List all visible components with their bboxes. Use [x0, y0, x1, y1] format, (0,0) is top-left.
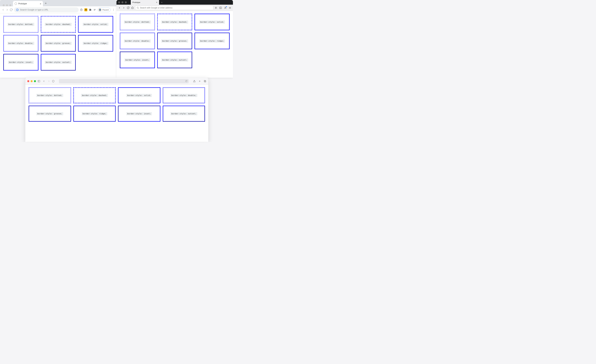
profile-chip[interactable]: 👤 Paused: [98, 8, 111, 12]
border-demo-card: border-style: inset;: [118, 106, 160, 122]
border-demo-card: border-style: dotted;: [29, 87, 71, 103]
code-label: border-style: groove;: [45, 42, 72, 45]
tab-title: Prototype: [18, 2, 27, 5]
share-icon[interactable]: [193, 80, 196, 82]
code-label: border-style: outset;: [45, 61, 72, 64]
firefox-window: Prototype × ＋ Search with Google or ente…: [117, 0, 233, 78]
close-tab-icon[interactable]: ×: [156, 1, 157, 4]
extensions-icon[interactable]: [89, 8, 92, 11]
code-label: border-style: dotted;: [124, 21, 151, 24]
border-demo-card: border-style: double;: [163, 87, 205, 103]
forward-icon[interactable]: [6, 8, 9, 11]
library-icon[interactable]: [215, 7, 217, 9]
border-demo-card: border-style: ridge;: [73, 106, 116, 122]
border-demo-card: border-style: solid;: [78, 16, 113, 33]
chrome-tabstrip: Prototype × ＋: [0, 0, 117, 6]
svg-line-14: [216, 7, 217, 9]
code-label: border-style: ridge;: [83, 42, 108, 45]
code-label: border-style: dotted;: [7, 23, 34, 26]
hamburger-menu-icon[interactable]: [229, 7, 231, 9]
border-demo-card: border-style: outset;: [41, 54, 76, 71]
new-tab-button[interactable]: ＋: [159, 0, 164, 5]
shield-icon[interactable]: [52, 80, 55, 82]
back-icon[interactable]: [118, 7, 121, 9]
svg-line-11: [138, 8, 139, 9]
safari-urlbar[interactable]: [59, 79, 189, 83]
firefox-urlbar[interactable]: Search with Google or enter address: [135, 6, 213, 10]
forward-icon[interactable]: [48, 80, 50, 82]
sidebar-icon[interactable]: [37, 80, 40, 82]
border-demo-card: border-style: dotted;: [3, 16, 38, 33]
browser-tab[interactable]: Prototype ×: [13, 1, 43, 6]
window-traffic-lights[interactable]: [117, 0, 128, 5]
chrome-window: Prototype × ＋ Search Google or type a UR…: [0, 0, 117, 78]
code-label: border-style: dashed;: [81, 94, 108, 97]
kebab-menu-icon[interactable]: [112, 8, 115, 11]
border-demo-card: border-style: inset;: [120, 52, 155, 68]
browser-tab[interactable]: Prototype ×: [131, 0, 159, 5]
info-icon[interactable]: [80, 8, 83, 11]
back-icon[interactable]: [2, 8, 5, 11]
svg-rect-21: [38, 80, 40, 82]
code-label: border-style: ridge;: [82, 112, 107, 115]
chrome-page-content: border-style: dotted; border-style: dash…: [0, 13, 117, 78]
home-icon[interactable]: [131, 7, 134, 9]
globe-icon: [15, 2, 17, 5]
border-demo-card: border-style: solid;: [118, 87, 160, 103]
border-demo-card: border-style: solid;: [194, 14, 230, 30]
chrome-omnibox[interactable]: Search Google or type a URL: [14, 7, 79, 12]
safari-toolbar: [25, 78, 208, 85]
code-label: border-style: dashed;: [45, 23, 72, 26]
border-demo-card: border-style: outset;: [157, 52, 192, 68]
code-label: border-style: solid;: [199, 21, 225, 24]
border-demo-card: border-style: dashed;: [73, 87, 116, 103]
border-demo-card: border-style: groove;: [41, 35, 76, 52]
border-demo-card: border-style: dotted;: [120, 14, 155, 30]
chrome-toolbar: Search Google or type a URL JS 👤 Paused: [0, 6, 117, 13]
js-debugger-icon[interactable]: JS: [84, 8, 87, 11]
svg-point-7: [113, 9, 114, 9]
reload-icon[interactable]: [127, 7, 129, 9]
svg-rect-26: [204, 81, 206, 82]
new-tab-button[interactable]: ＋: [43, 0, 49, 7]
code-label: border-style: groove;: [161, 39, 188, 43]
svg-rect-27: [204, 80, 206, 82]
tab-overview-icon[interactable]: [204, 80, 206, 82]
google-g-icon: [16, 8, 19, 11]
reload-icon[interactable]: [10, 8, 13, 11]
window-traffic-lights[interactable]: [27, 80, 36, 82]
urlbar-placeholder: Search with Google or enter address: [140, 7, 172, 9]
border-demo-card: border-style: dashed;: [157, 14, 192, 30]
code-label: border-style: inset;: [126, 112, 152, 115]
back-icon[interactable]: [43, 80, 45, 82]
reading-list-icon[interactable]: [93, 8, 96, 11]
code-label: border-style: double;: [170, 94, 197, 97]
code-label: border-style: inset;: [125, 58, 150, 62]
close-tab-icon[interactable]: ×: [40, 2, 41, 5]
firefox-tabstrip: Prototype × ＋: [117, 0, 233, 5]
code-label: border-style: ridge;: [199, 39, 225, 43]
border-demo-card: border-style: double;: [120, 33, 155, 49]
new-tab-icon[interactable]: [198, 80, 201, 82]
border-demo-card: border-style: ridge;: [194, 33, 230, 49]
safari-page-content: border-style: dotted; border-style: dash…: [25, 85, 208, 142]
firefox-page-content: border-style: dotted; border-style: dash…: [117, 11, 233, 78]
window-traffic-lights[interactable]: [2, 2, 13, 6]
safari-window: border-style: dotted; border-style: dash…: [25, 78, 208, 142]
code-label: border-style: dotted;: [36, 94, 63, 97]
search-icon: [137, 7, 139, 9]
code-label: border-style: solid;: [126, 94, 152, 97]
sidebar-icon[interactable]: [219, 7, 222, 9]
profile-label: Paused: [103, 9, 109, 11]
firefox-toolbar: Search with Google or enter address: [117, 5, 233, 11]
avatar-icon: 👤: [98, 8, 102, 11]
code-label: border-style: outset;: [161, 58, 188, 62]
account-icon[interactable]: [224, 7, 227, 9]
code-label: border-style: dashed;: [161, 21, 188, 24]
border-demo-card: border-style: outset;: [163, 106, 205, 122]
svg-point-9: [113, 10, 114, 11]
omnibox-placeholder: Search Google or type a URL: [20, 8, 48, 11]
border-demo-card: border-style: dashed;: [41, 16, 76, 33]
reload-icon[interactable]: [185, 80, 187, 82]
forward-icon[interactable]: [122, 7, 125, 9]
